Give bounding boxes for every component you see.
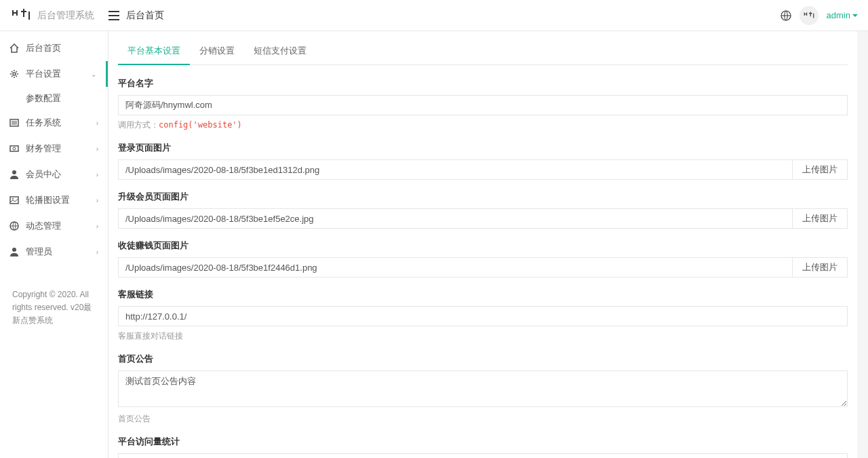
sidebar-item-member[interactable]: 会员中心 › xyxy=(0,161,108,187)
sidebar-item-carousel[interactable]: 轮播图设置 › xyxy=(0,187,108,213)
system-name: 后台管理系统 xyxy=(37,9,94,22)
platform-name-label: 平台名字 xyxy=(118,77,848,90)
chevron-icon: ⌄ xyxy=(91,71,96,78)
stats-textarea[interactable] xyxy=(118,453,848,458)
breadcrumb: 后台首页 xyxy=(126,9,164,22)
home-icon xyxy=(9,43,19,53)
notice-hint: 首页公告 xyxy=(118,413,848,425)
gear-icon xyxy=(9,69,19,79)
chevron-icon: › xyxy=(96,119,98,127)
login-image-label: 登录页面图片 xyxy=(118,142,848,154)
stats-label: 平台访问量统计 xyxy=(118,436,848,448)
money-icon xyxy=(9,144,19,153)
login-image-upload-button[interactable]: 上传图片 xyxy=(793,159,848,180)
hamburger-icon xyxy=(108,11,119,20)
svg-point-5 xyxy=(12,170,16,174)
platform-name-input[interactable] xyxy=(118,95,848,115)
logo-icon xyxy=(10,9,32,22)
sidebar-item-label: 动态管理 xyxy=(26,220,61,232)
sidebar-item-label: 财务管理 xyxy=(26,142,61,155)
svg-point-4 xyxy=(13,147,16,150)
service-link-input[interactable] xyxy=(118,306,848,326)
upgrade-image-upload-button[interactable]: 上传图片 xyxy=(793,208,848,229)
sidebar-item-task[interactable]: 任务系统 › xyxy=(0,110,108,136)
upgrade-image-input[interactable] xyxy=(118,208,793,229)
globe-icon xyxy=(9,221,19,231)
sidebar-item-label: 后台首页 xyxy=(26,42,61,54)
service-link-hint: 客服直接对话链接 xyxy=(118,330,848,342)
user-name-label: admin xyxy=(827,10,850,20)
svg-point-9 xyxy=(12,248,16,252)
image-icon xyxy=(9,195,19,205)
tab-basic[interactable]: 平台基本设置 xyxy=(118,38,190,65)
logo-area: 后台管理系统 xyxy=(10,9,108,22)
user-icon xyxy=(9,170,19,179)
list-icon xyxy=(9,118,19,128)
chevron-icon: › xyxy=(96,145,98,153)
service-link-label: 客服链接 xyxy=(118,288,848,301)
earn-image-upload-button[interactable]: 上传图片 xyxy=(793,257,848,278)
chevron-icon: › xyxy=(96,197,98,204)
chevron-icon: › xyxy=(96,248,98,256)
tabs: 平台基本设置 分销设置 短信支付设置 xyxy=(118,38,848,65)
tab-distribution[interactable]: 分销设置 xyxy=(190,38,244,64)
main-content: 平台基本设置 分销设置 短信支付设置 平台名字 调用方式：config('web… xyxy=(108,31,868,458)
caret-down-icon xyxy=(852,14,858,17)
sidebar-item-label: 轮播图设置 xyxy=(26,194,70,206)
svg-point-7 xyxy=(12,198,14,199)
notice-label: 首页公告 xyxy=(118,353,848,365)
sidebar-subitem-label: 参数配置 xyxy=(26,93,61,103)
chevron-icon: › xyxy=(96,171,98,178)
notice-textarea[interactable]: 测试首页公告内容 xyxy=(118,370,848,407)
sidebar-copyright: Copyright © 2020. All rights reserved. v… xyxy=(0,278,108,338)
sidebar-item-dynamic[interactable]: 动态管理 › xyxy=(0,213,108,239)
svg-rect-3 xyxy=(10,146,18,151)
earn-image-input[interactable] xyxy=(118,257,793,278)
user-dropdown[interactable]: admin xyxy=(827,10,858,20)
sidebar-item-label: 会员中心 xyxy=(26,168,61,180)
sidebar: 后台首页 平台设置 ⌄ 参数配置 任务系统 › 财务管理 › 会员中心 › 轮播… xyxy=(0,31,108,458)
sidebar-item-label: 平台设置 xyxy=(26,68,61,80)
chevron-icon: › xyxy=(96,223,98,230)
tab-sms[interactable]: 短信支付设置 xyxy=(244,38,316,64)
login-image-input[interactable] xyxy=(118,159,793,180)
language-icon[interactable] xyxy=(781,10,791,21)
platform-name-hint: 调用方式：config('website') xyxy=(118,119,848,131)
upgrade-image-label: 升级会员页面图片 xyxy=(118,191,848,203)
earn-image-label: 收徒赚钱页面图片 xyxy=(118,240,848,252)
avatar xyxy=(800,6,818,25)
sidebar-item-finance[interactable]: 财务管理 › xyxy=(0,136,108,161)
svg-point-1 xyxy=(13,73,16,75)
user-icon xyxy=(9,247,19,256)
sidebar-item-label: 管理员 xyxy=(26,246,52,258)
sidebar-item-home[interactable]: 后台首页 xyxy=(0,35,108,61)
sidebar-subitem-params[interactable]: 参数配置 xyxy=(0,87,108,110)
sidebar-item-platform[interactable]: 平台设置 ⌄ xyxy=(0,61,108,87)
sidebar-item-admin[interactable]: 管理员 › xyxy=(0,239,108,265)
sidebar-item-label: 任务系统 xyxy=(26,117,61,129)
menu-toggle[interactable] xyxy=(108,11,119,20)
